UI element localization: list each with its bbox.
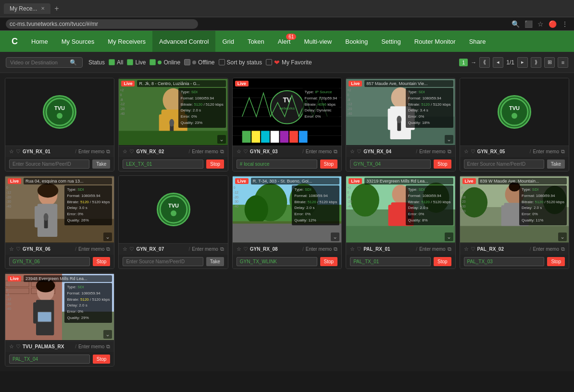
expand-09[interactable]: ⌄: [445, 233, 453, 241]
nav-my-receivers[interactable]: My Receivers: [101, 31, 152, 52]
menu-icon[interactable]: ⋮: [562, 20, 568, 28]
memo-08[interactable]: Enter memo: [306, 246, 332, 252]
nav-alert[interactable]: Alert 61: [271, 31, 298, 52]
expand-11[interactable]: ⌄: [103, 330, 112, 339]
bookmark-icon-11[interactable]: ☆: [9, 343, 14, 350]
bookmark-icon-07[interactable]: ☆: [123, 246, 127, 252]
memo-03[interactable]: Enter memo: [306, 149, 332, 154]
nav-home[interactable]: Home: [25, 31, 55, 52]
heart-icon-09[interactable]: ♡: [357, 246, 362, 252]
bookmark-icon-04[interactable]: ☆: [350, 148, 355, 155]
source-input-06[interactable]: [9, 257, 90, 266]
source-input-03[interactable]: [237, 159, 317, 169]
next-page-button[interactable]: ▸: [517, 57, 528, 68]
memo-09[interactable]: Enter memo: [419, 246, 445, 252]
list-view-button[interactable]: ≡: [558, 57, 568, 68]
sort-checkbox[interactable]: Sort by status: [219, 59, 262, 66]
memo-11[interactable]: Enter memo: [78, 344, 104, 349]
source-input-08[interactable]: [237, 257, 317, 266]
close-tab-button[interactable]: ✕: [41, 6, 45, 11]
source-input-07[interactable]: [123, 257, 203, 266]
source-input-11[interactable]: [9, 355, 90, 364]
bookmark-icon-01[interactable]: ☆: [9, 148, 14, 155]
bookmark-icon[interactable]: ☆: [537, 20, 544, 28]
nav-share[interactable]: Share: [462, 31, 493, 52]
memo-07[interactable]: Enter memo: [192, 246, 218, 252]
source-input-01[interactable]: [9, 159, 89, 169]
heart-icon-03[interactable]: ♡: [243, 148, 248, 155]
cast-icon[interactable]: ⬛: [524, 20, 533, 28]
prev-page-button[interactable]: ◂: [493, 57, 503, 68]
bookmark-icon-02[interactable]: ☆: [123, 148, 127, 155]
profile-icon[interactable]: 🔴: [549, 20, 557, 28]
heart-icon-10[interactable]: ♡: [471, 246, 475, 252]
memo-05[interactable]: Enter memo: [533, 149, 559, 154]
new-tab-button[interactable]: +: [54, 4, 59, 13]
memo-01[interactable]: Enter memo: [78, 149, 104, 154]
expand-02[interactable]: ⌄: [217, 135, 226, 144]
stop-button-06[interactable]: Stop: [93, 257, 111, 266]
nav-multi-view[interactable]: Multi-view: [297, 31, 338, 52]
take-button-07[interactable]: Take: [206, 257, 224, 266]
external-icon-09[interactable]: ⧉: [448, 246, 451, 252]
online-checkbox[interactable]: Online: [150, 59, 180, 66]
zoom-icon[interactable]: 🔍: [512, 20, 520, 28]
stop-button-04[interactable]: Stop: [434, 159, 451, 169]
source-input-02[interactable]: [123, 159, 203, 169]
nav-my-sources[interactable]: My Sources: [55, 31, 101, 52]
nav-token[interactable]: Token: [241, 31, 271, 52]
expand-06[interactable]: ⌄: [103, 233, 112, 241]
expand-04[interactable]: ⌄: [445, 135, 453, 144]
bookmark-icon-05[interactable]: ☆: [464, 148, 469, 155]
last-page-button[interactable]: ⟫: [531, 57, 541, 68]
external-icon-02[interactable]: ⧉: [220, 148, 224, 155]
expand-08[interactable]: ⌄: [331, 233, 339, 241]
stop-button-09[interactable]: Stop: [434, 257, 451, 266]
nav-setting[interactable]: Setting: [374, 31, 407, 52]
external-icon-05[interactable]: ⧉: [561, 148, 565, 155]
external-icon-06[interactable]: ⧉: [106, 246, 110, 252]
external-icon-04[interactable]: ⧉: [448, 148, 451, 155]
external-icon-08[interactable]: ⧉: [334, 246, 337, 252]
heart-icon-04[interactable]: ♡: [357, 148, 362, 155]
external-icon-03[interactable]: ⧉: [334, 148, 337, 155]
bookmark-icon-09[interactable]: ☆: [350, 246, 355, 252]
stop-button-08[interactable]: Stop: [320, 257, 338, 266]
grid-view-button[interactable]: ⊞: [544, 57, 555, 68]
heart-icon-02[interactable]: ♡: [129, 148, 134, 155]
external-icon-01[interactable]: ⧉: [106, 148, 110, 155]
stop-button-11[interactable]: Stop: [93, 355, 111, 364]
memo-10[interactable]: Enter memo: [533, 246, 559, 252]
heart-icon-07[interactable]: ♡: [129, 246, 134, 252]
heart-icon-01[interactable]: ♡: [16, 148, 21, 155]
memo-02[interactable]: Enter memo: [192, 149, 218, 154]
offline-checkbox[interactable]: Offline: [184, 59, 214, 66]
external-icon-11[interactable]: ⧉: [106, 343, 110, 350]
bookmark-icon-08[interactable]: ☆: [237, 246, 241, 252]
take-button-05[interactable]: Take: [547, 159, 565, 169]
url-input[interactable]: [6, 19, 198, 29]
stop-button-02[interactable]: Stop: [206, 159, 224, 169]
source-input-09[interactable]: [350, 257, 431, 266]
external-icon-07[interactable]: ⧉: [220, 246, 224, 252]
favorite-checkbox[interactable]: ❤ My Favorite: [266, 59, 312, 66]
external-icon-10[interactable]: ⧉: [561, 246, 565, 252]
source-input-04[interactable]: [350, 159, 431, 169]
nav-grid[interactable]: Grid: [215, 31, 241, 52]
nav-booking[interactable]: Booking: [338, 31, 374, 52]
bookmark-icon-06[interactable]: ☆: [9, 246, 14, 252]
bookmark-icon-03[interactable]: ☆: [237, 148, 241, 155]
browser-tab[interactable]: My Rece... ✕: [4, 3, 50, 14]
take-button-01[interactable]: Take: [92, 159, 110, 169]
nav-router-monitor[interactable]: Router Monitor: [408, 31, 462, 52]
bookmark-icon-10[interactable]: ☆: [464, 246, 469, 252]
source-input-05[interactable]: [464, 159, 544, 169]
heart-icon-11[interactable]: ♡: [16, 343, 21, 350]
memo-04[interactable]: Enter memo: [419, 149, 445, 154]
live-checkbox[interactable]: Live: [127, 59, 146, 66]
memo-06[interactable]: Enter memo: [78, 246, 104, 252]
stop-button-03[interactable]: Stop: [320, 159, 338, 169]
stop-button-10[interactable]: Stop: [547, 257, 565, 266]
heart-icon-05[interactable]: ♡: [471, 148, 475, 155]
heart-icon-06[interactable]: ♡: [16, 246, 21, 252]
